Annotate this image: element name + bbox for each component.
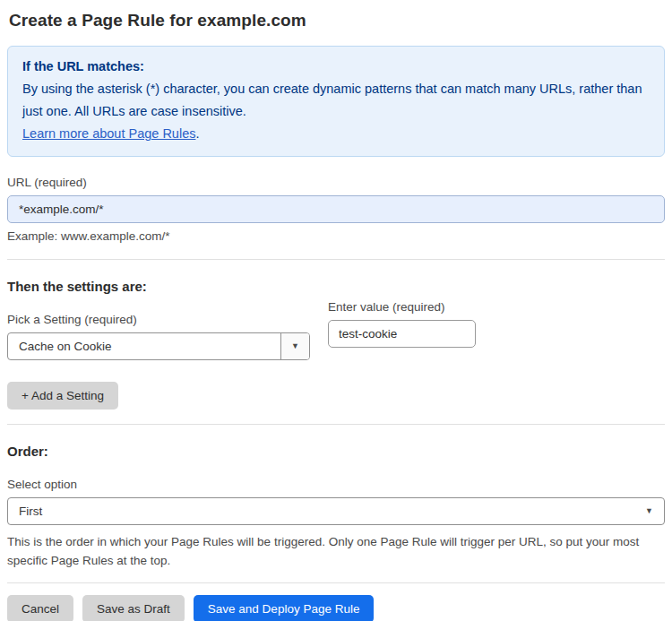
setting-value-column: Enter value (required): [328, 300, 476, 348]
divider-settings-order: [7, 424, 665, 425]
page-title: Create a Page Rule for example.com: [9, 11, 663, 30]
url-example-helper: Example: www.example.com/*: [7, 229, 665, 243]
order-select-label: Select option: [7, 478, 665, 491]
url-match-info-box: If the URL matches: By using the asteris…: [7, 46, 665, 157]
order-dropdown-value: First: [19, 505, 645, 518]
order-dropdown[interactable]: First ▼: [7, 497, 665, 525]
save-and-deploy-button[interactable]: Save and Deploy Page Rule: [194, 595, 375, 621]
order-section-heading: Order:: [7, 444, 665, 459]
url-field-label: URL (required): [7, 176, 665, 189]
url-input[interactable]: [7, 195, 665, 223]
setting-value-label: Enter value (required): [328, 300, 476, 314]
settings-section-heading: Then the settings are:: [7, 279, 665, 294]
chevron-down-icon: ▼: [645, 507, 653, 515]
learn-more-link[interactable]: Learn more about Page Rules: [22, 126, 195, 141]
settings-row: Pick a Setting (required) Cache on Cooki…: [7, 294, 665, 360]
setting-picker-column: Pick a Setting (required) Cache on Cooki…: [7, 294, 310, 360]
link-period: .: [195, 126, 199, 141]
setting-value-input[interactable]: [328, 320, 476, 348]
footer-actions: Cancel Save as Draft Save and Deploy Pag…: [7, 595, 665, 621]
page-rule-form: Create a Page Rule for example.com If th…: [0, 11, 672, 621]
setting-dropdown-arrow-button[interactable]: ▼: [280, 333, 309, 359]
chevron-down-icon: ▼: [291, 342, 299, 350]
divider-footer: [7, 582, 665, 583]
setting-dropdown[interactable]: Cache on Cookie ▼: [7, 332, 310, 360]
setting-picker-label: Pick a Setting (required): [7, 313, 310, 326]
info-box-body: By using the asterisk (*) character, you…: [22, 78, 650, 123]
info-box-heading: If the URL matches:: [22, 56, 650, 78]
save-as-draft-button[interactable]: Save as Draft: [82, 595, 185, 621]
divider-url-settings: [7, 259, 665, 260]
info-box-link-line: Learn more about Page Rules.: [22, 123, 650, 145]
cancel-button[interactable]: Cancel: [7, 595, 73, 621]
add-setting-button[interactable]: + Add a Setting: [7, 382, 118, 410]
setting-dropdown-value: Cache on Cookie: [8, 333, 280, 359]
order-helper-text: This is the order in which your Page Rul…: [7, 532, 652, 570]
